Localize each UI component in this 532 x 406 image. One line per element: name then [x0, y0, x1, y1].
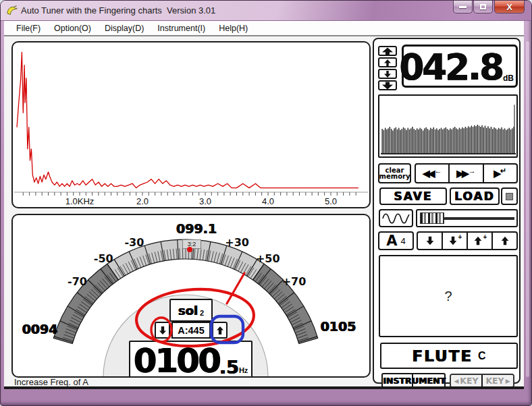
key-controls: ◀ KEY KEY ▶: [450, 374, 514, 388]
db-unit: dB: [503, 74, 514, 83]
note-step-controls: + +: [417, 231, 518, 250]
slider-track: [444, 217, 514, 220]
rewind-button[interactable]: ◀◀ ←: [416, 165, 448, 182]
level-bars: [379, 96, 516, 156]
svg-text:1.0KHz: 1.0KHz: [65, 196, 95, 206]
thin-up-arrow-icon: [379, 59, 396, 67]
clear-label-2: memory: [379, 173, 410, 180]
fast-forward-icon: ▶▶: [456, 168, 467, 179]
transport-controls: ◀◀ ← ▶▶ → ▶ ↵: [415, 163, 518, 183]
thick-down-arrow-icon: [425, 235, 435, 246]
playback-position-slider[interactable]: [416, 209, 518, 227]
svg-text:5.0: 5.0: [325, 196, 337, 206]
window-frame-highlight: [526, 41, 529, 377]
load-button[interactable]: LOAD: [450, 187, 500, 205]
reference-note-button[interactable]: A 4: [378, 231, 414, 250]
gauge-min-frequency: 0094: [20, 322, 60, 337]
right-triangle-icon: ▶: [506, 378, 510, 384]
return-arrow-icon: ↵: [500, 167, 506, 175]
stop-icon: [506, 193, 513, 200]
thick-down-arrow-icon: [379, 82, 396, 90]
reference-pitch-down-button[interactable]: [155, 322, 170, 339]
note-letter: A: [386, 232, 397, 249]
maximize-button[interactable]: [473, 1, 493, 13]
db-value: 042.8: [399, 51, 502, 84]
reference-pitch-up-button[interactable]: [212, 322, 228, 339]
menu-item-help[interactable]: Help(H): [212, 22, 255, 34]
gauge-max-frequency: 0105: [318, 319, 358, 334]
thick-down-arrow-icon: [448, 235, 458, 246]
db-step-up-coarse-button[interactable]: [378, 46, 397, 56]
thick-up-arrow-icon: [473, 235, 483, 246]
plus-icon: +: [483, 233, 487, 241]
note-up-button[interactable]: [491, 233, 516, 249]
fast-forward-button[interactable]: ▶▶ →: [448, 165, 482, 182]
instrument-select-left-button[interactable]: INSTR: [381, 373, 413, 388]
title-bar[interactable]: Auto Tuner with the Fingering charts Ver…: [1, 1, 532, 21]
frequency-display: 0100 .5 Hz: [129, 341, 252, 378]
note-up-plus-button[interactable]: +: [467, 233, 491, 249]
note-display: sol 2: [169, 299, 213, 322]
thick-up-arrow-icon: [500, 235, 510, 246]
gauge-scale-label: -30: [124, 236, 144, 249]
note-down-plus-button[interactable]: +: [442, 233, 467, 249]
svg-text:3.0: 3.0: [199, 196, 211, 206]
save-button[interactable]: SAVE: [379, 187, 447, 205]
note-octave: 2: [200, 309, 204, 317]
svg-text:4.0: 4.0: [262, 196, 274, 206]
key-next-button[interactable]: KEY ▶: [481, 375, 513, 386]
instrument-select-right-button[interactable]: UMENT: [412, 373, 446, 388]
note-name: sol: [178, 303, 198, 318]
level-db-display: 042.8 dB: [402, 45, 518, 88]
menu-item-option[interactable]: Option(O): [47, 22, 98, 34]
menu-item-file[interactable]: File(F): [9, 22, 47, 34]
play-button[interactable]: ▶ ↵: [483, 165, 516, 182]
note-number: 4: [401, 236, 406, 246]
db-step-up-fine-button[interactable]: [378, 57, 397, 67]
minimize-button[interactable]: [453, 1, 473, 13]
plus-icon: +: [458, 233, 462, 241]
center-dot-marker: [187, 247, 192, 252]
key-previous-button[interactable]: ◀ KEY: [451, 375, 481, 386]
app-window: Auto Tuner with the Fingering charts Ver…: [0, 0, 532, 406]
slider-handle[interactable]: [420, 212, 444, 224]
spectrum-chart: 1.0KHz2.03.04.05.0: [13, 42, 369, 207]
gauge-scale-label: +70: [282, 275, 307, 288]
key-right-label: KEY: [485, 376, 504, 386]
menu-item-instrument[interactable]: Instrument(I): [151, 22, 212, 34]
right-arrow-icon: →: [469, 167, 476, 175]
key-left-label: KEY: [460, 376, 478, 386]
play-icon: ▶: [494, 168, 499, 179]
instrument-display: FLUTE C: [380, 343, 518, 369]
instrument-key: C: [478, 350, 486, 362]
status-bar-text: Increase Freq. of A: [14, 377, 88, 387]
gauge-scale-label: -70: [68, 275, 87, 288]
db-step-down-fine-button[interactable]: [378, 69, 397, 79]
gauge-scale-label: +50: [256, 252, 280, 265]
close-icon: X: [506, 3, 512, 11]
frequency-integer: 0100: [134, 346, 219, 376]
clear-memory-button[interactable]: clear memory: [378, 163, 411, 183]
minimize-icon: [459, 6, 467, 8]
menu-item-display[interactable]: Display(D): [98, 22, 151, 34]
note-down-button[interactable]: [418, 233, 442, 249]
unknown-fingering-label: ?: [444, 289, 452, 304]
up-arrow-icon: [215, 326, 225, 335]
frequency-unit: Hz: [239, 366, 248, 374]
tuning-meter-panel: -70-50-30+30+50+70 099.1 3:2 0094 0105 s…: [11, 214, 371, 378]
left-arrow-icon: ←: [434, 167, 442, 175]
left-triangle-icon: ◀: [454, 378, 458, 384]
tone-waveform-button[interactable]: [379, 209, 413, 227]
spectrum-panel: 1.0KHz2.03.04.05.0: [11, 41, 371, 208]
gauge-scale-label: +30: [225, 236, 249, 249]
db-step-down-coarse-button[interactable]: [378, 80, 397, 90]
gauge-scale-label: -50: [94, 252, 113, 265]
svg-text:2.0: 2.0: [136, 196, 149, 206]
close-button[interactable]: X: [494, 1, 525, 13]
stop-button[interactable]: [501, 187, 518, 205]
sine-wave-icon: [381, 211, 411, 226]
instrument-name: FLUTE: [412, 347, 473, 365]
control-panel: 042.8 dB clear memory ◀◀ ← ▶▶ → ▶ ↵ SAVE…: [373, 38, 521, 384]
maximize-icon: [480, 4, 486, 9]
frequency-fraction: .5: [219, 359, 239, 376]
